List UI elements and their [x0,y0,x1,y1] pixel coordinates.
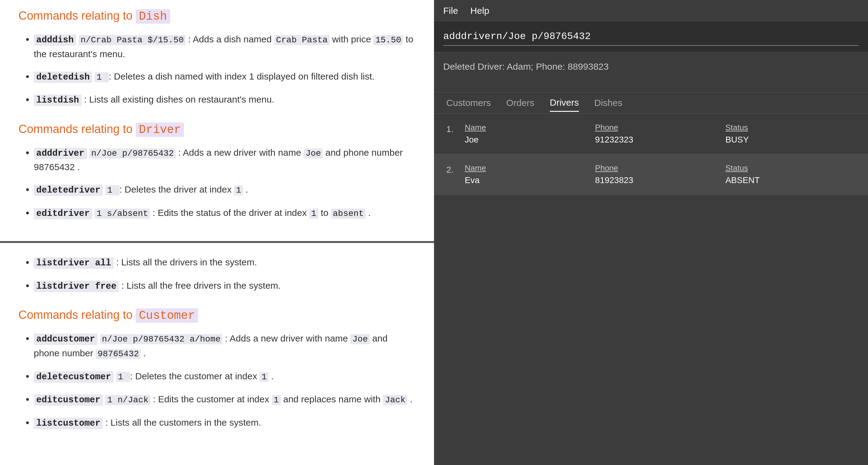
list-item: editdriver 1 s/absent : Edits the status… [34,206,415,220]
inline-1: 1 [95,72,109,82]
col-phone-1: Phone 91232323 [595,123,725,145]
driver-continued-list: listdriver all : Lists all the drivers i… [19,255,415,293]
customer-heading: Commands relating to Customer [19,308,415,322]
inline-price: 15.50 [373,35,403,45]
col-header-phone-2: Phone [595,163,725,173]
list-item: listdish : Lists all existing dishes on … [34,92,415,107]
col-phone-2: Phone 81923823 [595,163,725,185]
col-status-2: Status ABSENT [725,163,856,185]
row-index-2: 2. [446,165,465,175]
menu-file[interactable]: File [443,5,458,16]
menu-help[interactable]: Help [470,5,489,16]
list-item: adddriver n/Joe p/98765432 : Adds a new … [34,146,415,174]
inline-1f: 1 [259,372,269,382]
cmd-adddish: adddish [34,34,76,46]
inline-joe: Joe [304,148,323,158]
col-name-2: Name Eva [465,163,595,185]
cmd-addcustomer: addcustomer [34,334,97,345]
cmd-editdriver-args: 1 s/absent [95,209,150,219]
dish-keyword: Dish [136,9,170,24]
driver-keyword: Driver [136,123,184,137]
tab-dishes[interactable]: Dishes [594,95,623,111]
cmd-listdriver-all: listdriver all [34,257,114,269]
list-item: deletecustomer 1 : Deletes the customer … [34,369,415,384]
customer-list: addcustomer n/Joe p/98765432 a/home : Ad… [19,332,415,430]
table-row: 1. Name Joe Phone 91232323 Status BUSY [434,114,868,154]
cmd-adddriver-args: n/Joe p/98765432 [89,148,176,158]
list-item: listdriver free : Lists all the free dri… [34,279,415,293]
cmd-editcustomer: editcustomer [34,394,103,406]
col-value-name-1: Joe [465,135,595,145]
col-header-status-1: Status [725,123,856,132]
table-row: 2. Name Eva Phone 81923823 Status ABSENT [434,154,868,195]
cmd-listdish: listdish [34,95,82,106]
cmd-listcustomer: listcustomer [34,418,103,429]
right-panel: File Help Deleted Driver: Adam; Phone: 8… [434,0,868,465]
list-item: deletedriver 1 : Deletes the driver at i… [34,182,415,197]
driver-list: adddriver n/Joe p/98765432 : Adds a new … [19,146,415,220]
cmd-addcustomer-args: n/Joe p/98765432 a/home [100,334,222,344]
result-text: Deleted Driver: Adam; Phone: 88993823 [443,61,609,71]
tab-orders[interactable]: Orders [506,95,534,111]
command-input-area [434,22,868,52]
list-item: listcustomer : Lists all the customers i… [34,415,415,430]
cmd-editcustomer-args: 1 n/Jack [105,395,150,405]
col-name-1: Name Joe [465,123,595,145]
tabs-bar: Customers Orders Drivers Dishes [434,92,868,114]
inline-1d: 1 [309,209,318,219]
col-value-phone-2: 81923823 [595,175,725,185]
command-input[interactable] [443,28,859,46]
inline-1e: 1 [116,372,130,382]
list-item: listdriver all : Lists all the drivers i… [34,255,415,270]
col-value-phone-1: 91232323 [595,135,725,145]
inline-1b: 1 [105,185,120,195]
col-value-status-2: ABSENT [725,175,856,185]
inline-phone2: 98765432 [96,349,141,359]
list-item: deletedish 1 : Deletes a dish named with… [34,69,415,84]
cmd-listdriver-free: listdriver free [34,281,119,292]
inline-crab-pasta: Crab Pasta [274,35,330,45]
col-header-phone-1: Phone [595,123,725,132]
tab-customers[interactable]: Customers [446,95,491,111]
cmd-deletedriver: deletedriver [34,185,103,196]
left-panel: Commands relating to Dish adddish n/Crab… [0,0,434,465]
col-header-name-2: Name [465,163,595,173]
customer-keyword: Customer [136,308,198,323]
inline-1g: 1 [272,395,281,405]
inline-joe2: Joe [350,334,370,344]
row-data-1: Name Joe Phone 91232323 Status BUSY [465,123,856,145]
col-value-status-1: BUSY [725,135,856,145]
menu-bar: File Help [434,0,868,22]
col-value-name-2: Eva [465,175,595,185]
result-area: Deleted Driver: Adam; Phone: 88993823 [434,52,868,92]
col-header-status-2: Status [725,163,856,173]
list-item: editcustomer 1 n/Jack : Edits the custom… [34,392,415,407]
list-item: addcustomer n/Joe p/98765432 a/home : Ad… [34,332,415,361]
tab-drivers[interactable]: Drivers [550,94,579,112]
cmd-args: n/Crab Pasta $/15.50 [79,35,186,45]
row-index-1: 1. [446,124,465,134]
drivers-table: 1. Name Joe Phone 91232323 Status BUSY 2… [434,114,868,465]
dish-list: adddish n/Crab Pasta $/15.50 : Adds a di… [19,32,415,107]
inline-jack: Jack [383,395,407,405]
inline-absent: absent [331,209,366,219]
inline-1c: 1 [234,185,243,195]
cmd-adddriver: adddriver [34,148,87,159]
row-data-2: Name Eva Phone 81923823 Status ABSENT [465,163,856,185]
cmd-editdriver: editdriver [34,208,92,219]
dish-heading: Commands relating to Dish [19,9,415,23]
cmd-deletecustomer: deletecustomer [34,371,114,383]
bottom-section: listdriver all : Lists all the drivers i… [0,243,434,465]
driver-heading: Commands relating to Driver [19,123,415,136]
col-status-1: Status BUSY [725,123,856,145]
dish-section: Commands relating to Dish adddish n/Crab… [0,0,434,243]
list-item: adddish n/Crab Pasta $/15.50 : Adds a di… [34,32,415,61]
cmd-deletedish: deletedish [34,71,92,83]
col-header-name-1: Name [465,123,595,132]
